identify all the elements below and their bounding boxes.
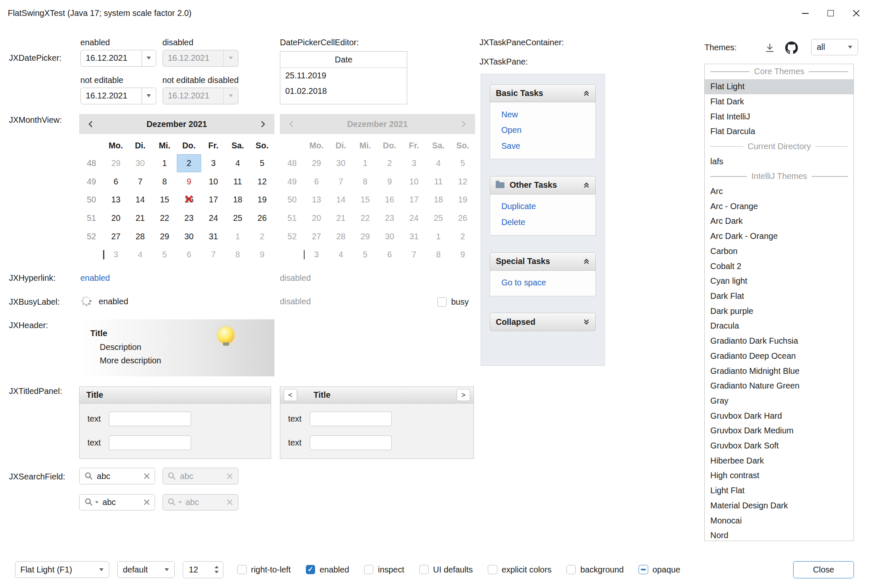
theme-list-row[interactable]: Core Themes (705, 64, 853, 79)
datepicker-not-editable[interactable]: 16.12.2021 (80, 88, 156, 104)
theme-list-row[interactable]: Flat Darcula (705, 124, 853, 139)
day-cell[interactable]: 3 (103, 246, 128, 264)
option-checkbox-row[interactable]: enabled (306, 565, 349, 575)
text-input[interactable] (109, 412, 191, 426)
theme-list-row[interactable]: Arc Dark (705, 214, 853, 229)
day-cell[interactable]: 6 (103, 172, 128, 191)
day-cell[interactable]: 5 (250, 154, 274, 173)
taskpane-link[interactable]: Save (501, 141, 595, 151)
maximize-button[interactable] (818, 0, 843, 26)
theme-list-row[interactable]: Gradianto Nature Green (705, 378, 853, 394)
taskpane-link[interactable]: New (501, 110, 595, 119)
day-cell[interactable]: 13 (103, 191, 128, 209)
day-cell[interactable]: 19 (250, 191, 274, 209)
theme-list-row[interactable]: lafs (705, 154, 853, 169)
theme-list-row[interactable]: Monocai (705, 513, 853, 528)
theme-list-row[interactable]: Gradianto Midnight Blue (705, 363, 853, 378)
datepicker-dropdown-button[interactable] (142, 50, 156, 66)
theme-list-row[interactable]: Cyan light (705, 274, 853, 289)
day-cell[interactable]: 14 (128, 191, 153, 209)
close-window-button[interactable] (843, 0, 869, 26)
taskpane-link[interactable]: Delete (501, 218, 595, 227)
day-cell[interactable]: 1 (153, 154, 177, 173)
theme-list-row[interactable]: Gruvbox Dark Medium (705, 423, 853, 438)
day-cell[interactable]: 1 (225, 227, 250, 246)
table-row[interactable]: 01.02.2018 (280, 83, 407, 99)
day-cell[interactable]: 29 (103, 154, 128, 173)
day-cell[interactable]: 30 (177, 227, 201, 246)
github-link-button[interactable] (784, 40, 799, 55)
day-cell[interactable]: 23 (177, 209, 201, 228)
day-cell[interactable]: 5 (153, 246, 177, 264)
day-cell[interactable]: 16 (177, 191, 201, 209)
day-cell[interactable]: 4 (128, 246, 153, 264)
day-cell[interactable]: 24 (201, 209, 225, 228)
day-cell[interactable]: 3 (201, 154, 225, 173)
day-cell[interactable]: 31 (201, 227, 225, 246)
table-row[interactable]: 25.11.2019 (280, 68, 407, 83)
datepicker-dropdown-button[interactable] (142, 88, 156, 104)
text-input[interactable] (109, 435, 191, 450)
theme-list-row[interactable]: Gruvbox Dark Soft (705, 438, 853, 453)
day-cell[interactable]: 22 (153, 209, 177, 228)
day-cell[interactable]: 27 (103, 227, 128, 246)
calendar-next-button[interactable] (251, 114, 274, 134)
theme-list-row[interactable]: Gradianto Deep Ocean (705, 348, 853, 363)
font-size-spinner[interactable]: 12 (183, 561, 223, 578)
theme-list-row[interactable]: Flat Light (705, 79, 853, 94)
day-cell[interactable]: 7 (201, 246, 225, 264)
taskpane-link[interactable]: Open (501, 125, 595, 135)
day-cell[interactable]: 20 (103, 209, 128, 228)
day-cell[interactable]: 28 (128, 227, 153, 246)
panel-prev-button[interactable]: < (284, 389, 297, 401)
clear-icon[interactable] (144, 499, 150, 505)
taskpane-link[interactable]: Go to space (501, 278, 595, 288)
theme-list-row[interactable]: Carbon (705, 244, 853, 259)
option-checkbox-row[interactable]: right-to-left (237, 565, 291, 575)
day-cell[interactable]: 9 (177, 172, 201, 191)
taskpane-header[interactable]: Other Tasks (490, 176, 596, 194)
theme-list-row[interactable]: Flat Dark (705, 94, 853, 109)
taskpane-header[interactable]: Collapsed (490, 313, 596, 331)
option-checkbox-row[interactable]: UI defaults (419, 565, 473, 575)
theme-list-row[interactable]: Nord (705, 528, 853, 541)
clear-icon[interactable] (144, 473, 150, 479)
hyperlink-enabled[interactable]: enabled (80, 273, 110, 283)
text-input[interactable] (310, 412, 392, 426)
theme-list-row[interactable]: Arc Dark - Orange (705, 229, 853, 244)
download-themes-button[interactable] (763, 41, 777, 55)
day-cell[interactable]: 25 (225, 209, 250, 228)
day-cell[interactable]: 2 (250, 227, 274, 246)
searchfield-enabled[interactable]: abc (79, 468, 155, 484)
option-checkbox-row[interactable]: inspect (364, 565, 404, 575)
day-cell[interactable]: 30 (128, 154, 153, 173)
option-checkbox-row[interactable]: explicit colors (488, 565, 551, 575)
theme-list-row[interactable]: Material Design Dark (705, 498, 853, 513)
theme-list-row[interactable]: Dark Flat (705, 289, 853, 304)
spinner-arrows[interactable] (211, 566, 223, 573)
text-input[interactable] (310, 435, 392, 450)
day-cell[interactable]: 4 (225, 154, 250, 173)
theme-list-row[interactable]: Gradianto Dark Fuchsia (705, 334, 853, 349)
day-cell[interactable]: 7 (128, 172, 153, 191)
day-cell[interactable]: 9 (250, 246, 274, 264)
busy-checkbox-row[interactable]: busy (437, 297, 469, 307)
theme-list-row[interactable]: IntelliJ Themes (705, 169, 853, 184)
minimize-button[interactable] (792, 0, 818, 26)
theme-list-row[interactable]: Current Directory (705, 139, 853, 154)
theme-list-row[interactable]: Arc - Orange (705, 199, 853, 214)
day-cell[interactable]: 17 (201, 191, 225, 209)
day-cell[interactable]: 6 (177, 246, 201, 264)
day-cell[interactable]: 8 (153, 172, 177, 191)
searchfield-with-menu[interactable]: abc (79, 494, 155, 511)
theme-list-row[interactable]: Dark purple (705, 303, 853, 319)
taskpane-header[interactable]: Special Tasks (490, 252, 596, 271)
day-cell[interactable]: 29 (153, 227, 177, 246)
day-cell[interactable]: 15 (153, 191, 177, 209)
taskpane-link[interactable]: Duplicate (501, 202, 595, 211)
theme-list-row[interactable]: Cobalt 2 (705, 259, 853, 274)
datepicker-enabled[interactable]: 16.12.2021 (80, 50, 156, 67)
day-cell[interactable]: 11 (225, 172, 250, 191)
day-cell[interactable]: 10 (201, 172, 225, 191)
panel-next-button[interactable]: > (457, 389, 470, 401)
